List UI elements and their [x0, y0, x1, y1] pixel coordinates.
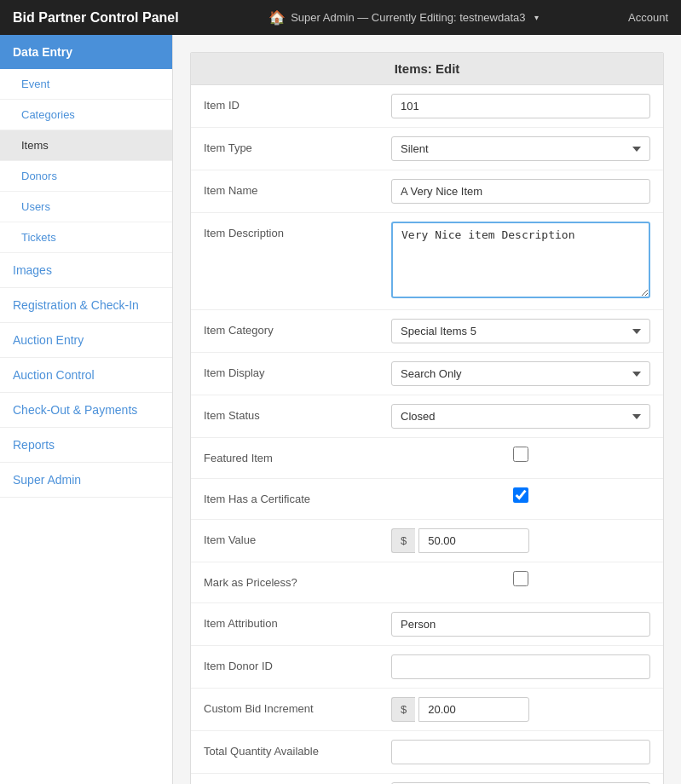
sidebar-item-registration[interactable]: Registration & Check-In — [0, 288, 172, 323]
has-certificate-control — [391, 487, 650, 503]
custom-bid-control: $ — [391, 697, 650, 722]
item-description-textarea[interactable]: Very Nice item Description — [391, 222, 650, 298]
custom-bid-currency: $ — [391, 697, 415, 722]
item-name-label: Item Name — [204, 179, 391, 197]
item-id-row: Item ID — [191, 85, 663, 128]
item-category-row: Item Category Special Items 5 — [191, 310, 663, 353]
sidebar-item-categories[interactable]: Categories — [0, 100, 172, 130]
item-type-control: Silent Live Raffle — [391, 136, 650, 161]
item-value-currency: $ — [391, 528, 415, 553]
item-value-input[interactable] — [418, 528, 529, 553]
total-qty-control — [391, 740, 650, 764]
featured-item-row: Featured Item — [191, 438, 663, 479]
sidebar-item-tickets[interactable]: Tickets — [0, 222, 172, 253]
total-qty-row: Total Quantity Available — [191, 731, 663, 774]
item-display-control: Search Only All None — [391, 361, 650, 386]
sidebar-data-entry-header[interactable]: Data Entry — [0, 35, 172, 69]
mark-priceless-control — [391, 571, 650, 586]
item-value-input-group: $ — [391, 528, 650, 553]
sidebar-item-checkout[interactable]: Check-Out & Payments — [0, 393, 172, 428]
item-status-row: Item Status Closed Open Preview — [191, 395, 663, 438]
item-description-label: Item Description — [204, 222, 391, 239]
navbar-center: 🏠 Super Admin — Currently Editing: testn… — [196, 9, 611, 26]
has-certificate-checkbox-wrap — [391, 487, 650, 503]
item-category-control: Special Items 5 — [391, 319, 650, 343]
sidebar-item-reports[interactable]: Reports — [0, 428, 172, 463]
main-content: Items: Edit Item ID Item Type Silent Liv… — [173, 35, 681, 784]
item-name-row: Item Name — [191, 170, 663, 213]
item-display-select[interactable]: Search Only All None — [391, 361, 650, 386]
admin-dropdown-arrow[interactable]: ▾ — [534, 13, 539, 22]
item-status-control: Closed Open Preview — [391, 404, 650, 429]
sidebar-item-users[interactable]: Users — [0, 192, 172, 222]
has-certificate-label: Item Has a Certificate — [204, 487, 391, 505]
custom-bid-input[interactable] — [418, 697, 529, 722]
per-user-qty-row: Per-User Quantity Limit — [191, 774, 663, 784]
total-qty-label: Total Quantity Available — [204, 740, 391, 758]
sidebar-item-images[interactable]: Images — [0, 253, 172, 288]
sidebar: Data Entry Event Categories Items Donors… — [0, 35, 173, 784]
mark-priceless-row: Mark as Priceless? — [191, 562, 663, 603]
item-attribution-label: Item Attribution — [204, 612, 391, 630]
items-edit-panel: Items: Edit Item ID Item Type Silent Liv… — [190, 52, 664, 784]
account-link[interactable]: Account — [628, 11, 668, 24]
has-certificate-row: Item Has a Certificate — [191, 479, 663, 520]
item-id-control — [391, 94, 650, 118]
item-category-select[interactable]: Special Items 5 — [391, 319, 650, 343]
item-value-row: Item Value $ — [191, 520, 663, 562]
featured-item-control — [391, 447, 650, 462]
mark-priceless-checkbox-wrap — [391, 571, 650, 586]
custom-bid-input-group: $ — [391, 697, 650, 722]
sidebar-item-donors[interactable]: Donors — [0, 161, 172, 192]
item-donor-id-label: Item Donor ID — [204, 654, 391, 672]
item-description-control: Very Nice item Description — [391, 222, 650, 301]
item-type-label: Item Type — [204, 136, 391, 154]
item-id-label: Item ID — [204, 94, 391, 112]
item-type-select[interactable]: Silent Live Raffle — [391, 136, 650, 161]
has-certificate-checkbox[interactable] — [513, 487, 528, 503]
navbar: Bid Partner Control Panel 🏠 Super Admin … — [0, 0, 681, 35]
item-attribution-input[interactable] — [391, 612, 650, 637]
sidebar-item-auction-control[interactable]: Auction Control — [0, 358, 172, 393]
item-donor-id-control — [391, 654, 650, 679]
sidebar-item-event[interactable]: Event — [0, 69, 172, 100]
item-name-input[interactable] — [391, 179, 650, 204]
item-type-row: Item Type Silent Live Raffle — [191, 128, 663, 170]
item-value-label: Item Value — [204, 528, 391, 546]
item-display-label: Item Display — [204, 361, 391, 379]
item-description-row: Item Description Very Nice item Descript… — [191, 213, 663, 310]
mark-priceless-checkbox[interactable] — [513, 571, 528, 586]
total-qty-input[interactable] — [391, 740, 650, 764]
custom-bid-label: Custom Bid Increment — [204, 697, 391, 715]
mark-priceless-label: Mark as Priceless? — [204, 571, 391, 589]
sidebar-item-items[interactable]: Items — [0, 130, 172, 161]
panel-title: Items: Edit — [191, 53, 663, 85]
item-attribution-row: Item Attribution — [191, 603, 663, 646]
item-display-row: Item Display Search Only All None — [191, 353, 663, 395]
item-name-control — [391, 179, 650, 204]
navbar-brand: Bid Partner Control Panel — [13, 10, 179, 26]
admin-label: Super Admin — Currently Editing: testnew… — [291, 11, 525, 24]
featured-item-label: Featured Item — [204, 447, 391, 464]
item-status-select[interactable]: Closed Open Preview — [391, 404, 650, 429]
item-id-input[interactable] — [391, 94, 650, 118]
item-value-control: $ — [391, 528, 650, 553]
featured-item-checkbox[interactable] — [513, 447, 528, 462]
home-icon[interactable]: 🏠 — [268, 9, 286, 26]
item-category-label: Item Category — [204, 319, 391, 337]
item-donor-id-input[interactable] — [391, 654, 650, 679]
item-attribution-control — [391, 612, 650, 637]
item-status-label: Item Status — [204, 404, 391, 422]
layout: Data Entry Event Categories Items Donors… — [0, 35, 681, 784]
custom-bid-row: Custom Bid Increment $ — [191, 689, 663, 731]
sidebar-item-super-admin[interactable]: Super Admin — [0, 463, 172, 498]
sidebar-item-auction-entry[interactable]: Auction Entry — [0, 323, 172, 358]
item-donor-id-row: Item Donor ID — [191, 646, 663, 689]
featured-item-checkbox-wrap — [391, 447, 650, 462]
